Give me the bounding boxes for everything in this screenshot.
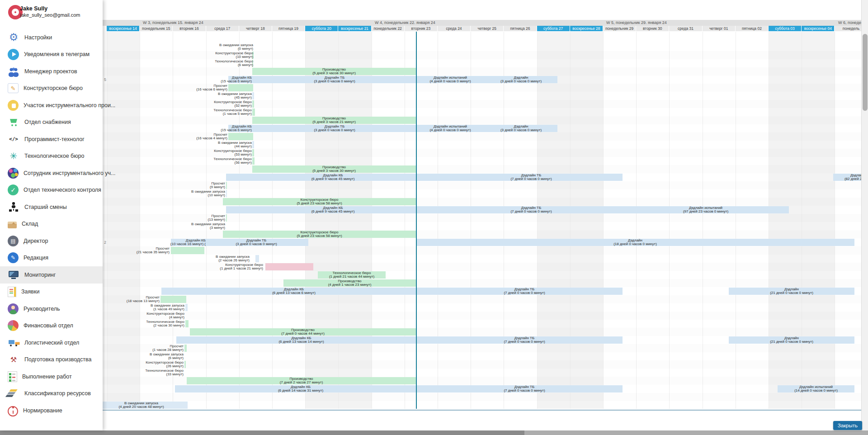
day-header-weekend[interactable]: суббота 20 — [305, 26, 338, 31]
gantt-bar[interactable]: Производство(4 дней 1 часов 23 минут) — [283, 279, 416, 287]
gantt-bar[interactable]: Дэдлайн испытаний(14 дней 0 часов 0 мину… — [778, 385, 854, 392]
day-header-weekday[interactable]: среда 24 — [438, 26, 470, 31]
gantt-bar[interactable]: Дэдлайн(21 дней 0 часов 0 минут) — [729, 288, 854, 295]
gantt-bar[interactable] — [228, 84, 253, 91]
gantt-bar[interactable]: Дэдлайн КБ(6 дней 14 часов 31 минут) — [175, 385, 426, 392]
vertical-scrollbar-thumb[interactable] — [863, 34, 868, 111]
gantt-bar[interactable] — [185, 304, 188, 311]
gantt-bar[interactable] — [252, 109, 255, 116]
gantt-bar[interactable]: Производство(5 дней 3 часов 30 минут) — [252, 68, 416, 75]
horizontal-scrollbar-thumb[interactable] — [0, 430, 524, 435]
user-profile[interactable]: Jake Sully jake_sully_seo@gmail.com — [0, 0, 103, 27]
sidebar-item-quality-control[interactable]: Отдел технического контроля — [0, 182, 103, 199]
sidebar-item-project-manager[interactable]: Менеджер проектов — [0, 63, 103, 80]
gantt-bar[interactable]: В ожидании запуска(4 дней 20 часов 48 ми… — [103, 402, 188, 409]
gantt-bar[interactable]: Производство(7 дней 0 часов 44 минут) — [190, 328, 416, 336]
day-header-weekend[interactable]: воскресенье 14 — [107, 26, 139, 31]
gantt-bar[interactable]: Дэдлайн ТБ(7 дней 0 часов 0 минут) — [426, 288, 623, 295]
gantt-bar[interactable]: Конструкторское бюро(5 дней 23 часов 58 … — [223, 198, 416, 205]
gantt-bar[interactable]: Дэдлайн(3 дней 0 часов 0 минут) — [485, 76, 557, 83]
gantt-bar[interactable] — [228, 133, 253, 140]
sidebar-item-design-bureau[interactable]: Конструкторское бюро — [0, 80, 103, 97]
gantt-bar[interactable]: Производство(5 дней 3 часов 21 минут) — [252, 117, 416, 124]
gantt-bar[interactable] — [255, 255, 259, 262]
gantt-bar[interactable] — [160, 296, 186, 303]
gantt-bar[interactable]: Дэдлайн ТБ(3 дней 0 часов 0 минут) — [204, 239, 308, 246]
sidebar-item-supply-department[interactable]: Отдел снабжения — [0, 114, 103, 131]
sidebar-item-finance-department[interactable]: Финансовый отдел — [0, 317, 103, 335]
horizontal-scrollbar[interactable] — [0, 430, 868, 435]
day-header-weekday[interactable]: четверг 18 — [239, 26, 272, 31]
gantt-bar[interactable] — [171, 247, 204, 254]
gantt-bar[interactable] — [226, 214, 227, 222]
gantt-bar[interactable]: Дэдлайн(3 дней 0 часов 0 минут) — [485, 125, 557, 132]
day-header-weekday[interactable]: вторник 23 — [405, 26, 437, 31]
sidebar-item-tool-area-employee[interactable]: Сотрудник инструментального уч... — [0, 165, 103, 182]
sidebar-item-resource-classifier[interactable]: Классификатор ресурсов — [0, 385, 103, 402]
gantt-bar[interactable]: Дэдлайн испытаний(82 дней 23 часов 0 мин… — [833, 174, 861, 181]
gantt-bar[interactable]: Производство(5 дней 3 часов 30 минут) — [252, 165, 416, 173]
gantt-bar[interactable] — [185, 320, 189, 327]
gantt-bar[interactable]: Дэдлайн испытаний(4 дней 0 часов 0 минут… — [416, 76, 485, 83]
sidebar-item-settings[interactable]: Настройки — [0, 29, 103, 46]
sidebar-item-rationing[interactable]: Нормирование — [0, 402, 103, 419]
sidebar-item-editorial[interactable]: Редакция — [0, 250, 103, 267]
gantt-bar[interactable] — [265, 263, 313, 270]
sidebar-item-head[interactable]: Руководитель — [0, 300, 103, 317]
day-header-weekday[interactable]: четверг 01 — [703, 26, 735, 31]
gantt-bar[interactable]: Дэдлайн КБ(6 дней 9 часов 45 минут) — [226, 206, 440, 213]
close-button[interactable]: Закрыть — [833, 421, 862, 430]
gantt-bar[interactable]: Дэдлайн ТБ(7 дней 0 часов 0 минут) — [426, 385, 623, 392]
gantt-bar[interactable] — [252, 149, 254, 156]
day-header-weekday[interactable]: пятница 02 — [736, 26, 768, 31]
gantt-bar[interactable]: Дэдлайн(21 дней 0 часов 0 минут) — [729, 336, 854, 344]
day-header-weekend[interactable]: воскресенье 28 — [570, 26, 603, 31]
gantt-bar[interactable] — [184, 361, 186, 368]
sidebar-item-monitoring[interactable]: Мониторинг — [0, 266, 103, 284]
day-header-weekday[interactable]: понедель — [835, 26, 861, 31]
sidebar-item-production-preparation[interactable]: Подготовка производства — [0, 351, 103, 369]
gantt-bar[interactable] — [252, 92, 254, 99]
gantt-bar[interactable]: Дэдлайн КБ(6 дней 9 часов 45 минут) — [226, 174, 440, 181]
sidebar-item-director[interactable]: Директор — [0, 232, 103, 250]
day-header-weekend[interactable]: суббота 03 — [769, 26, 801, 31]
sidebar-item-warehouse[interactable]: Склад — [0, 216, 103, 233]
sidebar-item-technology-bureau[interactable]: Технологическое бюро — [0, 148, 103, 165]
gantt-bar[interactable]: Дэдлайн испытаний(4 дней 0 часов 0 минут… — [416, 125, 485, 132]
sidebar-item-telegram-notifications[interactable]: Уведомления в телеграм — [0, 46, 103, 63]
gantt-bar[interactable]: Дэдлайн ТБ(3 дней 0 часов 0 минут) — [253, 125, 416, 132]
sidebar-item-shift-senior[interactable]: Старший смены — [0, 199, 103, 216]
gantt-bar[interactable]: Дэдлайн ТБ(7 дней 0 часов 0 минут) — [440, 206, 623, 213]
gantt-bar[interactable] — [184, 345, 187, 352]
day-header-weekday[interactable]: среда 31 — [669, 26, 702, 31]
day-header-weekday[interactable]: понедельник 29 — [603, 26, 636, 31]
sidebar-item-requests[interactable]: Заявки — [0, 284, 103, 301]
gantt-bar[interactable]: Конструкторское бюро(5 дней 23 часов 58 … — [223, 231, 416, 238]
gantt-bar[interactable]: Дэдлайн испытаний(97 дней 23 часов 0 мин… — [623, 206, 789, 213]
gantt-bar[interactable]: Технологическое бюро(1 дней 21 часов 44 … — [318, 271, 386, 279]
sidebar-item-programmer-technologist[interactable]: Программист-технолог — [0, 131, 103, 148]
gantt-bar[interactable]: Дэдлайн КБ(6 дней 13 часов 14 минут) — [176, 336, 426, 344]
day-header-weekday[interactable]: понедельник 15 — [140, 26, 172, 31]
day-header-weekday[interactable]: понедельник 22 — [372, 26, 404, 31]
day-header-weekday[interactable]: пятница 26 — [504, 26, 536, 31]
gantt-bar[interactable]: Дэдлайн ТБ(3 дней 0 часов 0 минут) — [253, 76, 416, 83]
vertical-scrollbar[interactable] — [861, 0, 868, 430]
gantt-bar[interactable]: Дэдлайн КБ(6 дней 13 часов 6 минут) — [161, 288, 426, 295]
gantt-bar[interactable] — [226, 182, 227, 189]
gantt-bar[interactable] — [252, 141, 254, 148]
day-header-weekend[interactable]: суббота 27 — [537, 26, 570, 31]
day-header-weekday[interactable]: пятница 19 — [272, 26, 305, 31]
gantt-bar[interactable]: Дэдлайн ТБ(7 дней 0 часов 0 минут) — [426, 336, 623, 344]
sidebar-item-work-execution[interactable]: Выполнение работ — [0, 368, 103, 385]
gantt-bar[interactable] — [252, 100, 254, 108]
gantt-bar[interactable] — [226, 190, 227, 197]
day-header-weekend[interactable]: воскресенье 21 — [338, 26, 371, 31]
sidebar-item-logistics-department[interactable]: Логистический отдел — [0, 334, 103, 351]
sidebar-item-tool-production-area[interactable]: Участок инструментального прои... — [0, 97, 103, 114]
day-header-weekday[interactable]: среда 17 — [206, 26, 239, 31]
gantt-bar[interactable]: Дэдлайн(18 дней 0 часов 0 минут) — [416, 239, 854, 246]
day-header-weekday[interactable]: четверг 25 — [471, 26, 503, 31]
day-header-weekend[interactable]: воскресенье 04 — [802, 26, 834, 31]
gantt-bar[interactable]: Дэдлайн ТБ(7 дней 0 часов 0 минут) — [440, 174, 623, 181]
